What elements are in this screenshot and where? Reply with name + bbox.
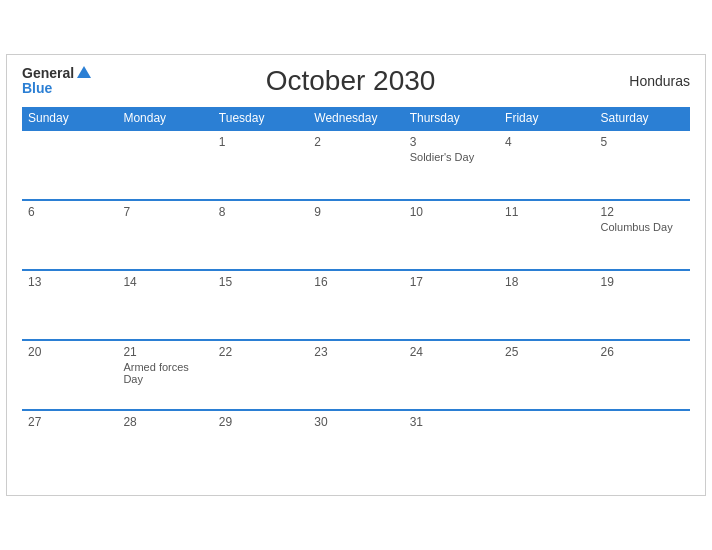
calendar-container: General Blue October 2030 Honduras Sunda…: [6, 54, 706, 496]
day-number: 2: [314, 135, 397, 149]
day-number: 9: [314, 205, 397, 219]
day-number: 4: [505, 135, 588, 149]
weekday-header-thursday: Thursday: [404, 107, 499, 130]
day-cell: 14: [117, 270, 212, 340]
calendar-table: SundayMondayTuesdayWednesdayThursdayFrid…: [22, 107, 690, 480]
day-cell: 8: [213, 200, 308, 270]
day-cell: 26: [595, 340, 690, 410]
day-cell: 4: [499, 130, 594, 200]
day-cell: [22, 130, 117, 200]
day-cell: [117, 130, 212, 200]
day-cell: 28: [117, 410, 212, 480]
day-cell: 29: [213, 410, 308, 480]
day-number: 17: [410, 275, 493, 289]
day-number: 6: [28, 205, 111, 219]
day-number: 12: [601, 205, 684, 219]
day-number: 27: [28, 415, 111, 429]
day-cell: 7: [117, 200, 212, 270]
day-number: 25: [505, 345, 588, 359]
calendar-tbody: 123Soldier's Day456789101112Columbus Day…: [22, 130, 690, 480]
day-number: 20: [28, 345, 111, 359]
day-number: 1: [219, 135, 302, 149]
day-number: 16: [314, 275, 397, 289]
logo: General Blue: [22, 66, 91, 97]
day-number: 29: [219, 415, 302, 429]
holiday-name: Columbus Day: [601, 221, 684, 233]
day-cell: 11: [499, 200, 594, 270]
day-cell: 25: [499, 340, 594, 410]
weekday-header-wednesday: Wednesday: [308, 107, 403, 130]
day-cell: 6: [22, 200, 117, 270]
day-cell: 23: [308, 340, 403, 410]
day-number: 3: [410, 135, 493, 149]
day-cell: 27: [22, 410, 117, 480]
weekday-header-friday: Friday: [499, 107, 594, 130]
week-row-4: 2728293031: [22, 410, 690, 480]
week-row-2: 13141516171819: [22, 270, 690, 340]
calendar-title: October 2030: [91, 65, 610, 97]
day-cell: 17: [404, 270, 499, 340]
weekday-header-row: SundayMondayTuesdayWednesdayThursdayFrid…: [22, 107, 690, 130]
calendar-header: General Blue October 2030 Honduras: [22, 65, 690, 97]
weekday-header-saturday: Saturday: [595, 107, 690, 130]
day-cell: 12Columbus Day: [595, 200, 690, 270]
logo-general-text: General: [22, 66, 74, 81]
day-cell: 22: [213, 340, 308, 410]
day-cell: 1: [213, 130, 308, 200]
weekday-header-tuesday: Tuesday: [213, 107, 308, 130]
day-number: 23: [314, 345, 397, 359]
day-cell: 20: [22, 340, 117, 410]
calendar-thead: SundayMondayTuesdayWednesdayThursdayFrid…: [22, 107, 690, 130]
weekday-header-monday: Monday: [117, 107, 212, 130]
day-number: 15: [219, 275, 302, 289]
day-number: 21: [123, 345, 206, 359]
day-cell: 2: [308, 130, 403, 200]
day-cell: 13: [22, 270, 117, 340]
day-cell: 19: [595, 270, 690, 340]
day-number: 22: [219, 345, 302, 359]
day-number: 8: [219, 205, 302, 219]
week-row-0: 123Soldier's Day45: [22, 130, 690, 200]
day-number: 26: [601, 345, 684, 359]
day-number: 7: [123, 205, 206, 219]
day-cell: 31: [404, 410, 499, 480]
day-cell: 15: [213, 270, 308, 340]
day-number: 11: [505, 205, 588, 219]
day-cell: 24: [404, 340, 499, 410]
day-number: 28: [123, 415, 206, 429]
day-cell: 3Soldier's Day: [404, 130, 499, 200]
day-number: 24: [410, 345, 493, 359]
day-number: 30: [314, 415, 397, 429]
day-cell: [595, 410, 690, 480]
day-number: 31: [410, 415, 493, 429]
logo-triangle-icon: [77, 66, 91, 78]
week-row-1: 6789101112Columbus Day: [22, 200, 690, 270]
day-number: 19: [601, 275, 684, 289]
day-cell: 16: [308, 270, 403, 340]
day-number: 10: [410, 205, 493, 219]
day-cell: 30: [308, 410, 403, 480]
country-label: Honduras: [610, 73, 690, 89]
day-cell: 10: [404, 200, 499, 270]
day-cell: 21Armed forces Day: [117, 340, 212, 410]
holiday-name: Soldier's Day: [410, 151, 493, 163]
day-number: 18: [505, 275, 588, 289]
day-cell: 5: [595, 130, 690, 200]
day-number: 14: [123, 275, 206, 289]
day-cell: 9: [308, 200, 403, 270]
day-number: 5: [601, 135, 684, 149]
day-cell: [499, 410, 594, 480]
holiday-name: Armed forces Day: [123, 361, 206, 385]
day-cell: 18: [499, 270, 594, 340]
week-row-3: 2021Armed forces Day2223242526: [22, 340, 690, 410]
day-number: 13: [28, 275, 111, 289]
logo-blue-text: Blue: [22, 81, 52, 96]
weekday-header-sunday: Sunday: [22, 107, 117, 130]
